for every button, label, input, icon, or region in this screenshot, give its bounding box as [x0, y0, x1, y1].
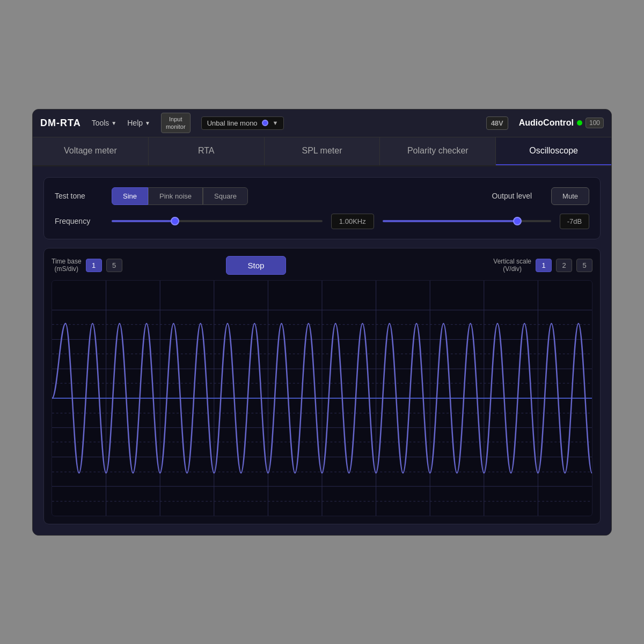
phantom-power-label[interactable]: 48V	[486, 116, 508, 130]
tab-spl-meter[interactable]: SPL meter	[265, 137, 380, 165]
vert-scale-1-button[interactable]: 1	[536, 259, 552, 272]
time-base-1-button[interactable]: 1	[86, 259, 102, 272]
tab-polarity-checker[interactable]: Polarity checker	[380, 137, 496, 165]
waveform-svg	[52, 281, 592, 516]
help-menu[interactable]: Help ▼	[127, 119, 150, 127]
vert-scale-5-button[interactable]: 5	[576, 259, 592, 272]
frequency-slider-container	[112, 220, 323, 222]
output-level-label: Output level	[492, 192, 532, 200]
app-container: DM-RTA Tools ▼ Help ▼ Inputmonitor Unbal…	[32, 109, 612, 536]
level-slider-container	[383, 220, 551, 222]
level-badge: 100	[586, 118, 604, 128]
vertical-scale-group: Vertical scale(V/div) 1 2 5	[493, 258, 592, 273]
time-base-5-button[interactable]: 5	[106, 259, 122, 272]
time-base-label: Time base(mS/div)	[52, 258, 82, 273]
status-indicator	[577, 120, 582, 126]
app-title: DM-RTA	[40, 118, 81, 129]
stop-button[interactable]: Stop	[226, 256, 287, 275]
frequency-row: Frequency 1.00KHz -7dB	[55, 214, 589, 229]
vertical-scale-label: Vertical scale(V/div)	[493, 258, 531, 273]
top-bar: DM-RTA Tools ▼ Help ▼ Inputmonitor Unbal…	[33, 109, 611, 137]
oscilloscope-section: Time base(mS/div) 1 5 Stop Vertical scal…	[43, 248, 601, 524]
help-chevron-icon: ▼	[145, 120, 150, 126]
osc-controls-bar: Time base(mS/div) 1 5 Stop Vertical scal…	[52, 256, 592, 275]
tab-oscilloscope[interactable]: Oscilloscope	[496, 137, 611, 165]
input-source-label: Unbal line mono	[207, 119, 258, 127]
level-slider-track[interactable]	[383, 220, 551, 222]
brand-logo: AudioControl	[519, 118, 574, 128]
level-slider-fill	[383, 220, 517, 222]
test-tone-label: Test tone	[55, 192, 103, 200]
frequency-slider-fill	[112, 220, 175, 222]
tone-square-button[interactable]: Square	[203, 187, 248, 205]
tab-voltage-meter[interactable]: Voltage meter	[33, 137, 149, 165]
frequency-slider-thumb[interactable]	[171, 217, 179, 225]
input-source-chevron-icon: ▼	[273, 120, 279, 126]
input-monitor-button[interactable]: Inputmonitor	[161, 113, 191, 134]
tone-pink-button[interactable]: Pink noise	[148, 187, 203, 205]
input-source-selector[interactable]: Unbal line mono ▼	[201, 116, 284, 130]
tab-rta[interactable]: RTA	[149, 137, 265, 165]
tools-chevron-icon: ▼	[111, 120, 116, 126]
vert-scale-2-button[interactable]: 2	[556, 259, 572, 272]
tools-menu[interactable]: Tools ▼	[92, 119, 117, 127]
level-slider-thumb[interactable]	[513, 217, 522, 225]
oscilloscope-canvas	[52, 280, 592, 516]
time-base-group: Time base(mS/div) 1 5	[52, 258, 122, 273]
mute-button[interactable]: Mute	[551, 187, 589, 205]
frequency-label: Frequency	[55, 217, 103, 225]
controls-section: Test tone Sine Pink noise Square Output …	[43, 177, 601, 239]
frequency-value-display: 1.00KHz	[331, 214, 374, 229]
frequency-slider-track[interactable]	[112, 220, 323, 222]
test-tone-row: Test tone Sine Pink noise Square Output …	[55, 187, 589, 205]
tone-buttons-group: Sine Pink noise Square	[112, 187, 248, 205]
tab-bar: Voltage meter RTA SPL meter Polarity che…	[33, 137, 611, 166]
level-db-display: -7dB	[560, 214, 589, 229]
main-panel: Test tone Sine Pink noise Square Output …	[33, 166, 611, 535]
tone-sine-button[interactable]: Sine	[112, 187, 148, 205]
input-source-indicator	[262, 120, 268, 126]
